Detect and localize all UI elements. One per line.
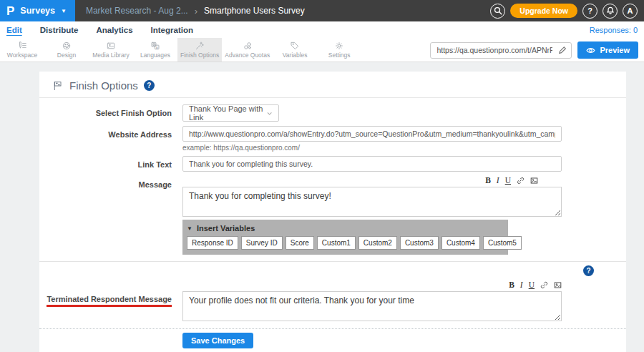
variable-button-custom4[interactable]: Custom4 <box>441 236 480 250</box>
website-address-label: Website Address <box>39 126 182 152</box>
ribbon-item-advance-quotas[interactable]: Advance Quotas <box>222 38 273 62</box>
help-button[interactable]: ? <box>582 4 597 19</box>
breadcrumb-separator-icon: › <box>195 6 197 16</box>
ribbon-item-variables[interactable]: Variables <box>273 38 317 62</box>
tab-integration[interactable]: Integration <box>151 26 193 34</box>
terminated-message-label: Terminated Respondent Message <box>39 280 182 323</box>
surveys-menu[interactable]: P Surveys ▼ <box>0 0 75 21</box>
underline-button[interactable]: U <box>505 177 511 185</box>
preview-button[interactable]: Preview <box>577 41 638 59</box>
survey-nav-tabs: Edit Distribute Analytics Integration Re… <box>0 21 644 38</box>
notifications-button[interactable] <box>602 4 618 19</box>
italic-button[interactable]: I <box>520 281 523 290</box>
variable-button-response-id[interactable]: Response ID <box>187 236 238 250</box>
palette-icon <box>62 41 72 51</box>
survey-url-box <box>430 42 572 59</box>
bold-button[interactable]: B <box>485 177 491 185</box>
variable-button-custom3[interactable]: Custom3 <box>400 236 439 250</box>
select-finish-option-label: Select Finish Option <box>39 104 182 122</box>
ribbon-item-finish-options[interactable]: Finish Options <box>177 38 222 62</box>
website-address-hint: example: https://qa.questionpro.com/ <box>182 144 562 152</box>
magic-wand-icon <box>195 41 205 51</box>
finish-options-help-button[interactable]: ? <box>144 80 155 91</box>
bold-button[interactable]: B <box>509 281 514 290</box>
edit-ribbon: Workspace Design Media Library A Languag… <box>0 38 644 62</box>
ribbon-item-design[interactable]: Design <box>44 38 89 62</box>
page-background: Finish Options ? Select Finish Option Th… <box>0 63 644 352</box>
insert-link-button[interactable] <box>517 177 525 185</box>
breadcrumb-survey[interactable]: Smartphone Users Survey <box>204 6 305 16</box>
link-text-input[interactable] <box>182 156 562 172</box>
insert-variables-panel: ▼ Insert Variables Response ID Survey ID… <box>182 220 508 255</box>
app-window: P Surveys ▼ Market Research - Aug 2... ›… <box>0 0 644 352</box>
website-address-input[interactable] <box>182 126 562 142</box>
variable-button-score[interactable]: Score <box>286 236 314 250</box>
search-icon <box>494 6 502 15</box>
picture-icon <box>554 281 562 289</box>
upgrade-now-button[interactable]: Upgrade Now <box>510 4 577 18</box>
tab-distribute[interactable]: Distribute <box>40 26 79 34</box>
questionpro-logo: P <box>6 5 14 17</box>
link-icon <box>540 281 548 289</box>
link-text-label: Link Text <box>39 156 182 172</box>
bell-icon <box>606 6 615 15</box>
insert-image-button[interactable] <box>530 177 538 185</box>
finish-flag-icon <box>52 80 64 92</box>
finish-option-select[interactable]: Thank You Page with Link <box>182 104 279 122</box>
pencil-icon <box>558 46 567 54</box>
ribbon-item-languages[interactable]: A Languages <box>133 38 177 62</box>
tab-edit[interactable]: Edit <box>6 26 22 34</box>
insert-image-button[interactable] <box>554 281 562 289</box>
insert-variables-toggle[interactable]: ▼ Insert Variables <box>187 224 504 233</box>
italic-button[interactable]: I <box>497 177 499 185</box>
section-divider <box>39 261 626 262</box>
chevron-down-icon: ▼ <box>61 8 67 14</box>
variable-button-custom5[interactable]: Custom5 <box>483 236 522 250</box>
tab-analytics[interactable]: Analytics <box>96 26 132 34</box>
insert-link-button[interactable] <box>540 281 548 289</box>
ribbon-item-workspace[interactable]: Workspace <box>0 38 44 62</box>
ribbon-item-media-library[interactable]: Media Library <box>89 38 133 62</box>
message-editor-toolbar: B I U <box>182 176 562 185</box>
responses-count[interactable]: Responses: 0 <box>590 26 638 34</box>
finish-options-form: Select Finish Option Thank You Page with… <box>39 98 626 348</box>
message-label: Message <box>39 176 182 218</box>
terminated-editor-toolbar: B I U <box>182 280 562 290</box>
edit-url-button[interactable] <box>554 43 571 58</box>
avatar[interactable]: A <box>623 4 638 19</box>
save-changes-button[interactable]: Save Changes <box>182 333 253 348</box>
finish-options-card: Finish Options ? Select Finish Option Th… <box>39 72 626 352</box>
svg-text:A: A <box>156 46 158 49</box>
translate-icon: A <box>150 41 160 51</box>
underline-button[interactable]: U <box>529 281 535 290</box>
variable-button-survey-id[interactable]: Survey ID <box>241 236 283 250</box>
ribbon-right-controls: Preview <box>430 41 638 59</box>
variable-button-custom1[interactable]: Custom1 <box>317 236 356 250</box>
chevron-down-icon <box>266 109 273 117</box>
survey-url-input[interactable] <box>431 46 554 54</box>
search-button[interactable] <box>490 4 505 19</box>
dotted-divider <box>39 328 626 329</box>
picture-icon <box>530 177 538 185</box>
top-bar: P Surveys ▼ Market Research - Aug 2... ›… <box>0 0 644 21</box>
ribbon-item-settings[interactable]: Settings <box>317 38 361 62</box>
pen-list-icon <box>17 41 27 51</box>
breadcrumb: Market Research - Aug 2... › Smartphone … <box>75 0 305 21</box>
link-icon <box>517 177 525 185</box>
tag-icon <box>290 41 300 51</box>
terminated-section-help-button[interactable]: ? <box>583 265 594 276</box>
collapse-caret-icon: ▼ <box>187 225 192 232</box>
breadcrumb-folder[interactable]: Market Research - Aug 2... <box>86 6 188 16</box>
eye-icon <box>586 46 595 55</box>
image-icon <box>106 41 116 51</box>
topbar-actions: Upgrade Now ? A <box>490 0 644 21</box>
page-title: Finish Options <box>69 79 138 92</box>
variable-button-custom2[interactable]: Custom2 <box>358 236 397 250</box>
gear-icon <box>334 41 344 51</box>
message-textarea[interactable]: Thank you for completing this survey! <box>182 187 562 217</box>
card-header: Finish Options ? <box>39 72 626 98</box>
chain-links-icon <box>243 41 253 51</box>
surveys-menu-label: Surveys <box>20 6 55 16</box>
variable-buttons: Response ID Survey ID Score Custom1 Cust… <box>187 236 504 250</box>
terminated-message-textarea[interactable]: Your profile does not fit our criteria. … <box>182 291 562 321</box>
